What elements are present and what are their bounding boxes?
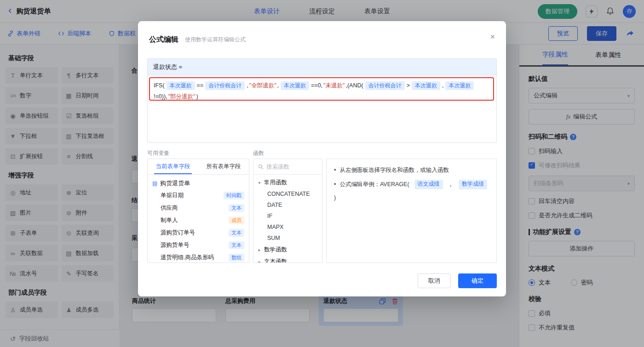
field-chip: 数学成绩	[459, 180, 487, 189]
field-chip[interactable]: 合计价税合计	[365, 81, 405, 90]
function-group-label: 数学函数	[264, 246, 287, 254]
variable-name: 源购货单号	[161, 241, 190, 249]
field-chip[interactable]: 本次退款	[281, 81, 309, 90]
bullet-icon: •	[334, 165, 336, 175]
help-tip-1-text: 从左侧面板选择字段名和函数，或输入函数	[339, 165, 449, 175]
help-column: • 从左侧面板选择字段名和函数，或输入函数 • 公式编辑举例：AVERAGE( …	[326, 149, 497, 263]
variable-item[interactable]: 供应商文本	[152, 202, 244, 214]
search-icon	[258, 164, 264, 170]
variable-root[interactable]: ▤购货退货单	[152, 177, 244, 189]
variable-type-tag: 文本	[229, 241, 244, 249]
variable-name: 制单人	[161, 216, 178, 224]
formula-text: >	[407, 82, 410, 89]
formula-text: ,	[247, 82, 248, 89]
functions-panel: ▾常用函数CONCATENATEDATEIFMAPXSUM▸数学函数▸文本函数	[253, 159, 322, 263]
formula-text: ,	[442, 82, 443, 89]
formula-text: )	[196, 93, 198, 100]
variable-item[interactable]: 源购货单号文本	[152, 239, 244, 251]
help-tip-1: • 从左侧面板选择字段名和函数，或输入函数	[334, 165, 489, 175]
formula-text: ==0,	[311, 82, 322, 89]
variable-tree: ▤购货退货单单据日期时间戳供应商文本制单人成员源购货订单号文本源购货单号文本退货…	[148, 175, 249, 263]
help-panel: • 从左侧面板选择字段名和函数，或输入函数 • 公式编辑举例：AVERAGE( …	[326, 159, 497, 263]
modal-footer: 取消 确定	[418, 273, 497, 288]
formula-text: ,	[277, 82, 279, 89]
variables-column: 可用变量 当前表单字段 所有表单字段 ▤购货退货单单据日期时间戳供应商文本制单人…	[147, 149, 249, 263]
modal-title: 公式编辑	[149, 35, 178, 45]
formula-body[interactable]: IFS(本次退款==合计价税合计,"全部退款",本次退款==0,"未退款",(A…	[148, 75, 496, 142]
function-item[interactable]: IF	[257, 210, 318, 222]
function-search	[253, 159, 322, 175]
field-chip[interactable]: 合计价税合计	[205, 81, 245, 90]
string-literal: "未退款"	[323, 82, 345, 89]
variable-name: 退货明细.商品条形码	[161, 254, 214, 262]
function-item[interactable]: CONCATENATE	[257, 188, 318, 199]
field-chip[interactable]: 本次退款	[167, 81, 195, 90]
formula-text: ==	[197, 82, 204, 89]
string-literal: "部分退款"	[168, 93, 196, 100]
tab-all-form-fields[interactable]: 所有表单字段	[198, 159, 249, 174]
help-tip-2: • 公式编辑举例：AVERAGE( 语文成绩 ， 数学成绩 )	[334, 180, 489, 203]
formula-content: IFS(本次退款==合计价税合计,"全部退款",本次退款==0,"未退款",(A…	[153, 80, 491, 102]
modal-columns: 可用变量 当前表单字段 所有表单字段 ▤购货退货单单据日期时间戳供应商文本制单人…	[147, 149, 497, 263]
variable-type-tag: 时间戳	[224, 192, 244, 199]
variable-root-label: 购货退货单	[160, 179, 190, 188]
modal-header: 公式编辑 使用数学运算符编辑公式 ×	[138, 21, 506, 58]
variable-item[interactable]: 退货明细.商品条形码数组	[152, 251, 244, 263]
chevron-right-icon: ▸	[257, 259, 262, 263]
function-tree: ▾常用函数CONCATENATEDATEIFMAPXSUM▸数学函数▸文本函数	[253, 175, 322, 263]
variable-name: 供应商	[161, 204, 178, 212]
formula-modal: 公式编辑 使用数学运算符编辑公式 × 退款状态 = IFS(本次退款==合计价税…	[138, 21, 506, 296]
variable-type-tag: 文本	[229, 204, 244, 212]
variable-name: 源购货订单号	[161, 229, 195, 237]
function-item[interactable]: MAPX	[257, 222, 318, 233]
function-group-label: 文本函数	[264, 258, 287, 263]
function-search-input[interactable]	[266, 164, 317, 170]
formula-editor[interactable]: 退款状态 = IFS(本次退款==合计价税合计,"全部退款",本次退款==0,"…	[147, 58, 497, 143]
confirm-button[interactable]: 确定	[458, 273, 497, 288]
app: ‹ 购货退货单 表单设计 流程设定 表单设置 数据管理 存 表单外链	[0, 0, 644, 347]
variables-title: 可用变量	[147, 149, 249, 159]
function-group[interactable]: ▸数学函数	[257, 244, 318, 256]
help-spacer	[326, 149, 497, 159]
variables-panel: 当前表单字段 所有表单字段 ▤购货退货单单据日期时间戳供应商文本制单人成员源购货…	[147, 159, 249, 263]
chevron-right-icon: ▸	[257, 247, 262, 252]
functions-column: 函数 ▾常用函数CONCATENATEDATEIFMAPXSUM▸数学函数▸文本…	[253, 149, 322, 263]
bullet-icon: •	[334, 180, 336, 189]
function-group-label: 常用函数	[264, 179, 287, 187]
formula-text: !=0)),	[154, 93, 167, 100]
field-chip: 语文成绩	[414, 180, 443, 189]
variable-type-tag: 数组	[229, 254, 244, 262]
cancel-button[interactable]: 取消	[418, 273, 451, 288]
field-chip[interactable]: 本次退款	[445, 81, 474, 90]
close-icon[interactable]: ×	[490, 32, 495, 42]
variable-type-tag: 成员	[229, 216, 244, 224]
formula-target: 退款状态 =	[148, 59, 496, 75]
tab-current-form-fields[interactable]: 当前表单字段	[148, 159, 198, 174]
example-separator: ，	[448, 180, 454, 189]
modal-subtitle: 使用数学运算符编辑公式	[185, 36, 246, 44]
field-chip[interactable]: 本次退款	[412, 81, 440, 90]
formula-text: IFS(	[154, 82, 165, 89]
variable-item[interactable]: 源购货订单号文本	[152, 227, 244, 239]
form-icon: ▤	[152, 180, 157, 187]
function-group[interactable]: ▾常用函数	[257, 176, 318, 188]
function-group[interactable]: ▸文本函数	[257, 256, 318, 263]
functions-title: 函数	[253, 149, 322, 159]
variable-name: 单据日期	[161, 192, 184, 199]
function-item[interactable]: DATE	[257, 199, 318, 210]
variable-item[interactable]: 制单人成员	[152, 214, 244, 227]
variable-type-tag: 文本	[229, 229, 244, 237]
string-literal: "全部退款"	[249, 82, 276, 89]
function-item[interactable]: SUM	[257, 233, 318, 244]
formula-target-label: 退款状态 =	[153, 63, 182, 71]
example-suffix: )	[334, 193, 336, 203]
variable-item[interactable]: 单据日期时间戳	[152, 189, 244, 202]
chevron-down-icon: ▾	[257, 180, 262, 185]
example-prefix: 公式编辑举例：AVERAGE(	[339, 180, 409, 189]
formula-text: ,(AND(	[345, 82, 363, 89]
variables-tabs: 当前表单字段 所有表单字段	[148, 159, 249, 175]
